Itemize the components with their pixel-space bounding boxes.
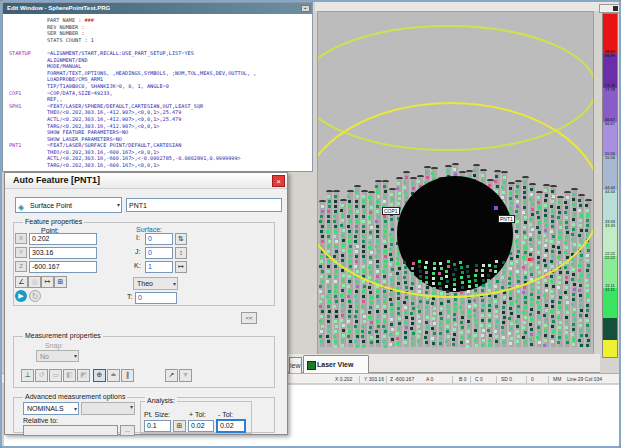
pnt-label: PNT1: [498, 215, 515, 223]
code-line: SPH1=FEAT/LASER/SPHERE/DEFAULT,CARTESIAN…: [9, 103, 312, 110]
status-field: A 0: [426, 376, 433, 382]
test-play-button[interactable]: ▶: [15, 290, 27, 302]
code-line: FORMAT/TEXT,OPTIONS, ,HEADINGS,SYMBOLS, …: [9, 70, 312, 77]
browse-button[interactable]: ...: [120, 425, 135, 436]
status-field: 0: [531, 376, 534, 382]
surface-i-input[interactable]: 0: [145, 233, 173, 245]
find-icon[interactable]: ◎: [28, 276, 41, 288]
align-vector-icon[interactable]: ↕: [175, 247, 187, 259]
point-vector-icon[interactable]: ↦: [41, 276, 54, 288]
pt-size-label: Pt. Size:: [144, 411, 170, 418]
status-separator: [526, 376, 527, 383]
crosshair-zone-icon[interactable]: ⊕: [93, 369, 106, 382]
status-field: MM: [553, 376, 561, 382]
auto-feature-dialog: Auto Feature [PNT1] × ◈ Surface Point ▾ …: [4, 172, 288, 435]
workplane-icon[interactable]: ∠: [15, 276, 28, 288]
color-scale-label: 44.44 44.44: [603, 186, 617, 194]
colorbar-header[interactable]: [599, 4, 620, 13]
box-select-icon[interactable]: ▭: [49, 369, 62, 382]
level-icon[interactable]: ≐: [107, 369, 120, 382]
relative-to-input[interactable]: [23, 425, 118, 436]
code-line: THEO/<0.202,303.16,-600.167>,<0,0,1>: [9, 149, 312, 156]
code-line: LOADPROBE/CMS_ARM1: [9, 76, 312, 83]
chevron-down-icon: ▾: [173, 278, 176, 290]
k-label: K:: [134, 262, 141, 269]
tab-laser-view[interactable]: Laser View: [303, 355, 369, 373]
code-line: SHOW FEATURE PARAMETERS=NO: [9, 129, 312, 136]
path-jump-icon[interactable]: ↗: [165, 369, 178, 382]
dialog-title: Auto Feature [PNT1]: [13, 175, 100, 185]
feature-name-input[interactable]: PNT1: [126, 198, 282, 212]
status-separator: [548, 376, 549, 383]
filter-icon[interactable]: ▼: [179, 369, 192, 382]
code-editor[interactable]: PART NAME : ###REV NUMBER :SER NUMBER :S…: [3, 14, 312, 171]
chevron-down-icon: ▾: [74, 403, 77, 415]
pt-size-tool-icon[interactable]: ⊞: [173, 420, 186, 432]
surface-k-input[interactable]: 1: [145, 261, 173, 273]
status-separator: [359, 376, 360, 383]
snap-grid-icon[interactable]: ⊞: [54, 276, 67, 288]
dialog-titlebar[interactable]: Auto Feature [PNT1] ×: [5, 173, 287, 189]
surface-j-input[interactable]: 0: [145, 247, 173, 259]
cop-label: COP1: [382, 207, 400, 215]
rotate-icon[interactable]: ↺: [35, 369, 48, 382]
laser-3d-view[interactable]: COP1 PNT1: [317, 11, 594, 356]
secondary-select[interactable]: ▾: [81, 402, 135, 415]
code-line: STARTUP=ALIGNMENT/START,RECALL:USE_PART_…: [9, 50, 312, 57]
status-field: Z -600.167: [390, 376, 414, 382]
plus-tol-input[interactable]: 0.02: [188, 420, 214, 432]
chevron-down-icon: ▾: [117, 198, 120, 213]
plus-tol-label: + Tol:: [189, 411, 206, 418]
point-y-input[interactable]: 303.16: [29, 247, 97, 259]
x-axis-button[interactable]: X: [15, 233, 27, 244]
code-line: MODE/MANUAL: [9, 63, 312, 70]
feature-type-select[interactable]: ◈ Surface Point ▾: [15, 197, 122, 213]
snap-select[interactable]: No ▾: [36, 350, 79, 362]
chevron-down-icon: ▾: [130, 403, 133, 410]
tab-graphic-view-partial[interactable]: iew: [289, 357, 302, 373]
viewport-top-strip: [315, 2, 621, 11]
deviation-color-scale[interactable]: 88.89 88.8977.78 77.7866.67 66.6755.56 5…: [602, 13, 618, 358]
probe-depth-icon[interactable]: ⊥: [21, 369, 34, 382]
status-field: C 0: [475, 376, 483, 382]
point-z-input[interactable]: -600.167: [29, 261, 97, 273]
code-line: [9, 43, 312, 50]
status-field: X 0.202: [335, 376, 352, 382]
color-scale-label: 66.67 66.67: [603, 118, 617, 126]
point-x-input[interactable]: 0.202: [29, 233, 97, 245]
code-line: THEO/<0.202,303.16,-412.907>,<0,0,1>,25.…: [9, 109, 312, 116]
red-point-marker: [528, 258, 531, 261]
minus-tol-label: - Tol:: [218, 411, 233, 418]
edit-window: Edit Window - SpherePointTest.PRG ▪ PART…: [2, 2, 313, 172]
z-axis-button[interactable]: Z: [15, 261, 27, 272]
minus-tol-input[interactable]: 0.02: [216, 419, 246, 433]
read-vector-icon[interactable]: ↦: [175, 261, 187, 273]
status-field: Line 29 Col 034: [567, 376, 602, 382]
snap-label: Snap:: [45, 342, 63, 349]
edit-window-menu-button[interactable]: ▪: [301, 5, 310, 12]
surface-label: Surface:: [136, 226, 162, 233]
half-zone-icon[interactable]: ◧: [63, 369, 76, 382]
nominals-select[interactable]: NOMINALS ▾: [23, 402, 79, 415]
color-scale-label: 77.78 77.78: [603, 84, 617, 92]
status-field: B 0: [459, 376, 467, 382]
edit-window-titlebar[interactable]: Edit Window - SpherePointTest.PRG ▪: [3, 3, 312, 14]
pt-size-input[interactable]: 0.1: [144, 420, 171, 432]
relative-to-label: Relative to:: [23, 417, 58, 424]
j-label: J:: [135, 248, 140, 255]
code-line: COP1=COP/DATA,SIZE=49233,: [9, 90, 312, 97]
colorbar-menu-icon: [613, 6, 618, 11]
code-line: REF,,: [9, 96, 312, 103]
code-line: PNT1=FEAT/LASER/SURFACE POINT/DEFAULT,CA…: [9, 142, 312, 149]
collapse-button[interactable]: <<: [241, 312, 257, 324]
color-scale-label: 33.33 33.33: [603, 220, 617, 228]
corner-zone-icon[interactable]: ◩: [77, 369, 90, 382]
theo-mode-select[interactable]: Theo ▾: [133, 277, 178, 290]
y-axis-button[interactable]: Y: [15, 247, 27, 258]
spacing-icon[interactable]: ∥: [121, 369, 134, 382]
t-input[interactable]: 0: [135, 292, 177, 304]
color-scale-segment: [603, 318, 617, 340]
close-icon[interactable]: ×: [272, 175, 285, 187]
remeasure-button[interactable]: ↻: [29, 290, 41, 302]
flip-vector-icon[interactable]: ⇅: [175, 233, 187, 245]
